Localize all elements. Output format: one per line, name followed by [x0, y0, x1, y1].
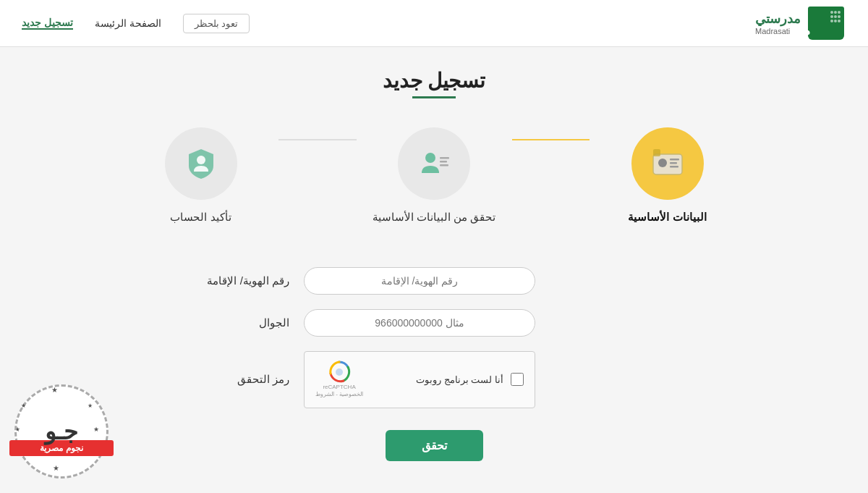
- logo-name: مدرستي: [755, 11, 801, 27]
- shield-person-icon: [183, 146, 219, 182]
- step2-circle: [398, 127, 470, 200]
- recaptcha-label: reCAPTCHA الخصوصية - الشروط: [315, 384, 363, 399]
- logo-area: م مدرستي Madrasati: [755, 5, 846, 41]
- registration-form: رقم الهوية/ الإقامة الجوال أنا لست برنام…: [181, 267, 687, 461]
- captcha-label: رمز التحقق: [181, 373, 289, 386]
- captcha-checkbox[interactable]: [511, 373, 524, 386]
- person-data-icon: [416, 146, 452, 182]
- id-label: رقم الهوية/ الإقامة: [181, 274, 289, 287]
- step-verify-data: تحقق من البيانات الأساسية: [357, 127, 512, 224]
- svg-rect-1: [808, 7, 844, 15]
- phone-label: الجوال: [181, 316, 289, 329]
- step-basic-data: البيانات الأساسية: [590, 127, 745, 224]
- recaptcha-icon: [328, 361, 351, 384]
- captcha-logo: reCAPTCHA الخصوصية - الشروط: [315, 361, 363, 399]
- svg-rect-15: [670, 162, 677, 164]
- svg-rect-19: [440, 157, 449, 159]
- logo-subtitle: Madrasati: [755, 27, 801, 35]
- step-confirm-account: تأكيد الحساب: [123, 127, 278, 224]
- page-title: تسجيل جديد: [123, 69, 745, 93]
- header: م مدرستي Madrasati تعود بلحظر الصفحة الر…: [0, 0, 868, 47]
- svg-point-6: [834, 15, 837, 18]
- id-card-icon: [650, 146, 686, 182]
- svg-rect-21: [440, 164, 448, 167]
- svg-point-22: [197, 156, 205, 164]
- svg-point-3: [834, 11, 837, 14]
- id-input[interactable]: [304, 267, 535, 295]
- svg-text:★: ★: [17, 426, 20, 433]
- svg-point-9: [834, 20, 837, 22]
- submit-button[interactable]: تحقق: [386, 430, 483, 461]
- svg-text:★: ★: [21, 403, 26, 409]
- svg-point-13: [658, 159, 667, 167]
- badge-circle: ★ ★ ★ ★ ★ ★ ★ ★ جـو نجوم مصرية: [14, 384, 109, 479]
- captcha-row: أنا لست برنامج روبوت reCAPTCHA الخصوصية …: [181, 351, 687, 408]
- step3-circle: [165, 127, 237, 200]
- nav-home[interactable]: الصفحة الرئيسة: [95, 17, 161, 29]
- svg-point-5: [830, 15, 833, 18]
- svg-rect-16: [670, 166, 678, 168]
- connector-1-2: [512, 139, 590, 140]
- step1-circle: [631, 127, 704, 200]
- captcha-content: أنا لست برنامج روبوت: [416, 373, 524, 386]
- phone-field-row: الجوال: [181, 309, 687, 337]
- steps-container: البيانات الأساسية تحقق من البيانات الأسا…: [123, 127, 745, 224]
- submit-row: تحقق: [181, 430, 687, 461]
- nav-register[interactable]: تسجيل جديد: [22, 17, 73, 30]
- step3-label: تأكيد الحساب: [170, 211, 231, 224]
- svg-rect-14: [670, 159, 679, 161]
- svg-rect-17: [653, 149, 660, 156]
- badge-arabic-text: جـو: [45, 418, 78, 445]
- navigation: تعود بلحظر الصفحة الرئيسة تسجيل جديد: [22, 14, 250, 33]
- svg-point-7: [838, 15, 841, 18]
- login-button[interactable]: تعود بلحظر: [183, 14, 250, 33]
- svg-text:★: ★: [53, 464, 59, 472]
- svg-text:★: ★: [88, 403, 93, 409]
- svg-text:م: م: [807, 24, 810, 39]
- title-underline: [412, 96, 456, 98]
- svg-point-18: [425, 153, 435, 163]
- svg-text:★: ★: [93, 426, 99, 433]
- svg-point-8: [830, 20, 833, 22]
- svg-text:★: ★: [51, 387, 58, 394]
- id-field-row: رقم الهوية/ الإقامة: [181, 267, 687, 295]
- svg-point-10: [838, 20, 841, 22]
- step1-label: البيانات الأساسية: [628, 211, 706, 224]
- captcha-text: أنا لست برنامج روبوت: [416, 374, 503, 385]
- phone-input[interactable]: [304, 309, 535, 337]
- svg-rect-12: [653, 154, 682, 174]
- svg-point-2: [830, 11, 833, 14]
- main-content: تسجيل جديد البيانات الأساسية: [109, 47, 760, 483]
- svg-rect-20: [440, 161, 447, 163]
- watermark-badge: ★ ★ ★ ★ ★ ★ ★ ★ جـو نجوم مصرية: [7, 384, 109, 486]
- svg-point-23: [336, 368, 343, 376]
- connector-2-3: [278, 139, 357, 140]
- step2-label: تحقق من البيانات الأساسية: [373, 211, 496, 224]
- logo-icon: م: [807, 5, 846, 41]
- captcha-box[interactable]: أنا لست برنامج روبوت reCAPTCHA الخصوصية …: [304, 351, 535, 408]
- svg-point-4: [838, 11, 841, 14]
